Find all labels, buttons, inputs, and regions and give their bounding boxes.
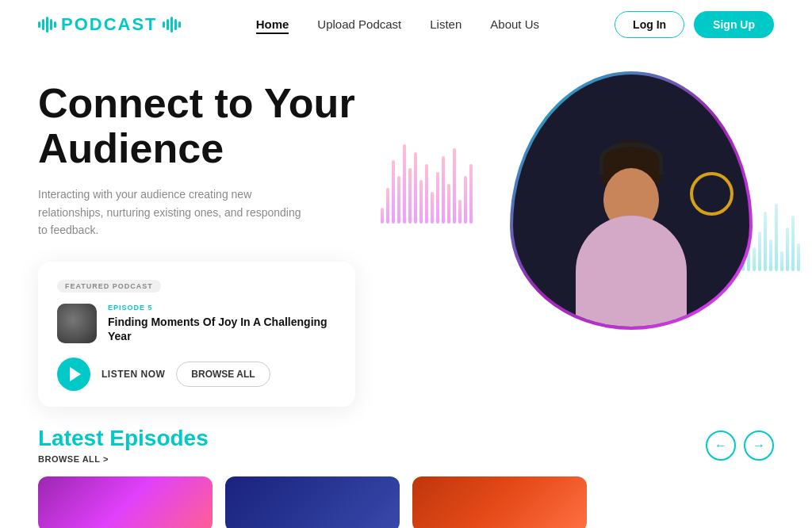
latest-title: Latest Episodes bbox=[38, 426, 209, 451]
episode-card-3[interactable] bbox=[412, 476, 587, 528]
hero-subtitle: Interacting with your audience creating … bbox=[38, 186, 308, 239]
wave-decoration-pink bbox=[381, 97, 473, 224]
thumbnail-image bbox=[57, 304, 97, 343]
person-body bbox=[576, 216, 687, 327]
logo-waves bbox=[38, 17, 56, 33]
latest-title-group: Latest Episodes BROWSE ALL bbox=[38, 426, 209, 465]
episode-thumbnail bbox=[57, 304, 97, 343]
featured-actions: LISTEN NOW BROWSE ALL bbox=[57, 358, 336, 391]
nav-about-us[interactable]: About Us bbox=[490, 17, 539, 31]
logo-waves-right bbox=[163, 17, 181, 33]
episode-info: Episode 5 Finding Moments Of Joy In A Ch… bbox=[108, 304, 336, 343]
browse-all-link[interactable]: BROWSE ALL bbox=[38, 454, 109, 464]
featured-badge: Featured Podcast bbox=[57, 280, 161, 293]
nav-links: Home Upload Podcast Listen About Us bbox=[256, 17, 539, 32]
hero-section: Connect to Your Audience Interacting wit… bbox=[0, 49, 812, 407]
episode-cards-row bbox=[38, 476, 774, 528]
signup-button[interactable]: Sign Up bbox=[694, 11, 774, 38]
episode-card-2[interactable] bbox=[225, 476, 400, 528]
hero-content: Connect to Your Audience Interacting wit… bbox=[38, 65, 355, 407]
hero-title: Connect to Your Audience bbox=[38, 81, 355, 171]
navbar: PODCAST Home Upload Podcast Listen About… bbox=[0, 0, 812, 49]
login-button[interactable]: Log In bbox=[615, 11, 684, 38]
microphone-icon bbox=[690, 172, 733, 216]
play-icon bbox=[70, 367, 81, 381]
nav-listen[interactable]: Listen bbox=[430, 17, 462, 31]
latest-header: Latest Episodes BROWSE ALL ← → bbox=[38, 426, 774, 465]
episode-card-1[interactable] bbox=[38, 476, 213, 528]
nav-home[interactable]: Home bbox=[256, 17, 289, 34]
episode-title: Finding Moments Of Joy In A Challenging … bbox=[108, 315, 336, 343]
featured-content: Episode 5 Finding Moments Of Joy In A Ch… bbox=[57, 304, 336, 343]
next-episode-button[interactable]: → bbox=[744, 430, 774, 461]
prev-episode-button[interactable]: ← bbox=[706, 430, 736, 461]
nav-buttons: Log In Sign Up bbox=[615, 11, 774, 38]
featured-podcast-card: Featured Podcast Episode 5 Finding Momen… bbox=[38, 262, 355, 407]
logo-text: PODCAST bbox=[61, 14, 158, 35]
hero-image-area bbox=[488, 65, 774, 382]
logo: PODCAST bbox=[38, 14, 181, 35]
latest-episodes-section: Latest Episodes BROWSE ALL ← → bbox=[0, 407, 812, 528]
listen-now-button[interactable]: LISTEN NOW bbox=[102, 369, 165, 380]
browse-all-button[interactable]: BROWSE ALL bbox=[176, 362, 270, 387]
latest-nav-buttons: ← → bbox=[706, 430, 774, 461]
episode-label: Episode 5 bbox=[108, 304, 336, 312]
nav-upload-podcast[interactable]: Upload Podcast bbox=[317, 17, 401, 31]
play-button[interactable] bbox=[57, 358, 90, 391]
